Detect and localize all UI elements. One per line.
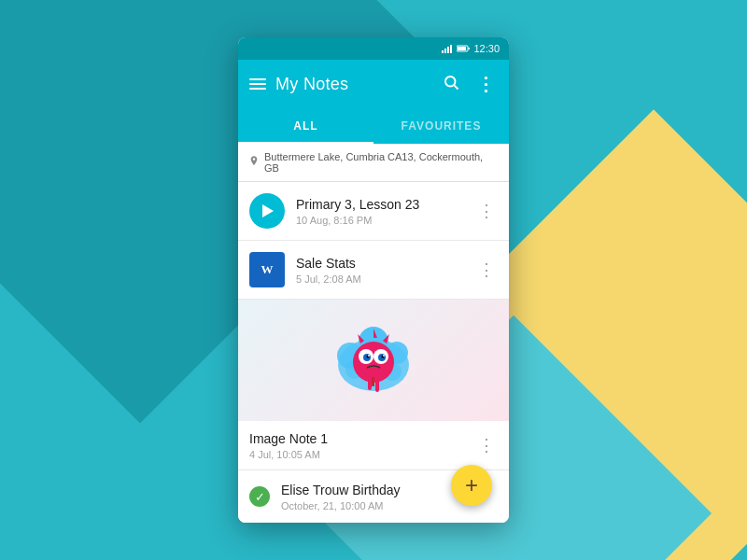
play-triangle (262, 204, 274, 217)
location-text: Buttermere Lake, Cumbria CA13, Cockermou… (264, 151, 498, 174)
note-date-1: 10 Aug, 8:16 PM (296, 215, 463, 226)
note-more-icon-1[interactable]: ⋮ (474, 199, 498, 223)
svg-rect-2 (447, 47, 449, 53)
note-item-2[interactable]: W Sale Stats 5 Jul, 2:08 AM ⋮ (238, 241, 509, 300)
svg-point-15 (353, 342, 394, 383)
svg-rect-5 (469, 48, 471, 49)
audio-note-icon (249, 193, 285, 229)
svg-rect-3 (450, 45, 452, 53)
image-note-preview (238, 300, 509, 421)
app-bar: My Notes ⋮ (238, 60, 509, 108)
menu-icon[interactable] (249, 78, 266, 90)
note-info-1: Primary 3, Lesson 23 10 Aug, 8:16 PM (296, 196, 463, 226)
note-title-2: Sale Stats (296, 255, 463, 272)
hamburger-line-1 (249, 78, 266, 80)
check-mark-symbol: ✓ (255, 491, 265, 503)
tabs-bar: ALL FAVOURITES (238, 108, 509, 144)
svg-rect-1 (444, 49, 446, 53)
svg-rect-26 (372, 377, 374, 386)
fab-button[interactable]: + (451, 465, 492, 506)
image-note-bottom: Image Note 1 4 Jul, 10:05 AM ⋮ (238, 421, 509, 469)
note-date-3: 4 Jul, 10:05 AM (249, 449, 474, 460)
monster-illustration (327, 314, 420, 407)
check-icon: ✓ (249, 486, 270, 507)
status-bar-icons: 12:30 (442, 43, 500, 54)
svg-line-8 (454, 85, 458, 89)
status-bar: 12:30 (238, 37, 509, 60)
svg-rect-6 (458, 47, 466, 50)
note-more-icon-3[interactable]: ⋮ (474, 433, 498, 457)
battery-icon (457, 45, 470, 52)
more-options-icon[interactable]: ⋮ (472, 69, 498, 99)
word-note-icon: W (249, 252, 285, 287)
svg-point-7 (445, 77, 456, 87)
note-more-icon-2[interactable]: ⋮ (474, 258, 498, 282)
phone-frame: 12:30 My Notes ⋮ ALL FAVOURITES (238, 37, 509, 523)
note-item-1[interactable]: Primary 3, Lesson 23 10 Aug, 8:16 PM ⋮ (238, 182, 509, 241)
note-info-2: Sale Stats 5 Jul, 2:08 AM (296, 255, 463, 285)
note-date-2: 5 Jul, 2:08 AM (296, 273, 463, 285)
status-time: 12:30 (473, 43, 500, 54)
note-title-3: Image Note 1 (249, 430, 474, 447)
search-icon[interactable] (439, 70, 463, 99)
svg-point-23 (383, 355, 385, 357)
location-pin-icon (249, 156, 259, 170)
location-bar: Buttermere Lake, Cumbria CA13, Cockermou… (238, 144, 509, 182)
svg-rect-0 (442, 50, 444, 53)
fab-plus-icon: + (465, 472, 478, 498)
hamburger-line-3 (249, 88, 266, 90)
tab-indicator (238, 142, 374, 144)
note-info-3: Image Note 1 4 Jul, 10:05 AM (249, 430, 474, 460)
tab-favourites[interactable]: FAVOURITES (374, 108, 509, 144)
svg-point-22 (368, 355, 370, 357)
note-item-3[interactable]: Image Note 1 4 Jul, 10:05 AM ⋮ (238, 300, 509, 470)
word-w-letter: W (261, 262, 274, 277)
svg-rect-24 (368, 379, 372, 390)
app-title: My Notes (275, 75, 430, 94)
svg-rect-25 (375, 379, 379, 392)
tab-all[interactable]: ALL (238, 108, 374, 144)
note-title-1: Primary 3, Lesson 23 (296, 196, 463, 213)
hamburger-line-2 (249, 83, 266, 85)
signal-icon (442, 45, 453, 53)
